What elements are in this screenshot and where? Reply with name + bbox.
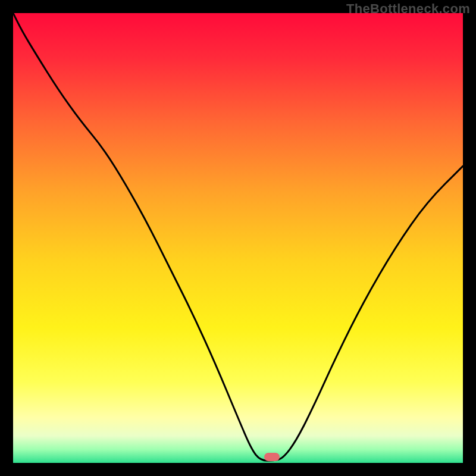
- plot-area: [13, 13, 463, 463]
- gradient-background: [13, 13, 463, 463]
- plot-svg: [13, 13, 463, 463]
- watermark-text: TheBottleneck.com: [346, 1, 470, 17]
- optimal-marker: [264, 453, 280, 461]
- chart-frame: TheBottleneck.com: [0, 0, 476, 476]
